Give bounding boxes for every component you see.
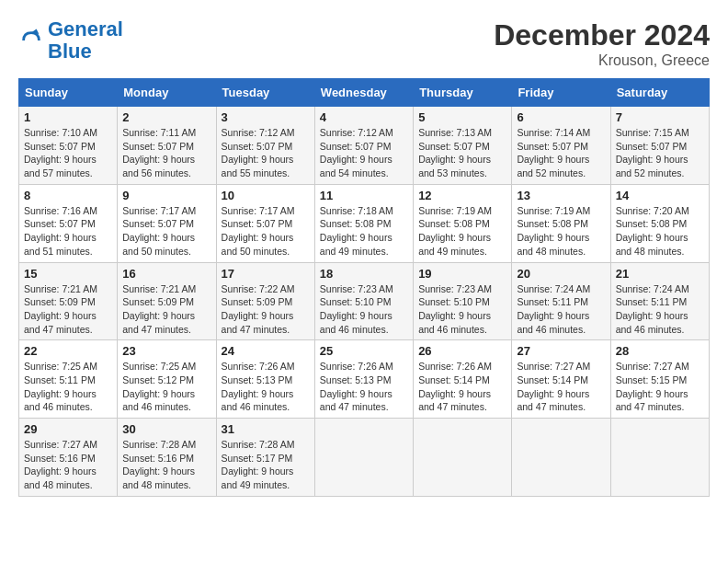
day-number: 26 — [418, 344, 506, 358]
daylight-label: Daylight: 9 hours and 55 minutes. — [222, 154, 294, 178]
daylight-label: Daylight: 9 hours and 49 minutes. — [320, 232, 392, 257]
day-info: Sunrise: 7:13 AM Sunset: 5:07 PM Dayligh… — [418, 126, 506, 180]
sunset-label: Sunset: 5:13 PM — [320, 374, 392, 385]
calendar-cell: 2 Sunrise: 7:11 AM Sunset: 5:07 PM Dayli… — [118, 107, 216, 185]
calendar-week-4: 22 Sunrise: 7:25 AM Sunset: 5:11 PM Dayl… — [19, 340, 710, 419]
sunrise-label: Sunrise: 7:24 AM — [616, 283, 689, 294]
calendar-cell: 19 Sunrise: 7:23 AM Sunset: 5:10 PM Dayl… — [414, 262, 512, 340]
day-number: 28 — [616, 344, 704, 358]
sunrise-label: Sunrise: 7:15 AM — [616, 127, 689, 138]
sunset-label: Sunset: 5:11 PM — [616, 296, 688, 307]
sunset-label: Sunset: 5:07 PM — [418, 141, 490, 152]
sunset-label: Sunset: 5:11 PM — [24, 374, 96, 385]
sunset-label: Sunset: 5:07 PM — [616, 141, 688, 152]
day-number: 10 — [222, 189, 310, 202]
sunset-label: Sunset: 5:10 PM — [418, 296, 490, 307]
sunrise-label: Sunrise: 7:25 AM — [24, 361, 97, 372]
day-info: Sunrise: 7:27 AM Sunset: 5:16 PM Dayligh… — [24, 438, 112, 492]
sunset-label: Sunset: 5:15 PM — [616, 374, 688, 385]
day-info: Sunrise: 7:23 AM Sunset: 5:10 PM Dayligh… — [418, 282, 506, 337]
calendar-cell — [610, 419, 709, 497]
day-info: Sunrise: 7:10 AM Sunset: 5:07 PM Dayligh… — [24, 126, 112, 180]
calendar-week-2: 8 Sunrise: 7:16 AM Sunset: 5:07 PM Dayli… — [19, 184, 710, 262]
daylight-label: Daylight: 9 hours and 47 minutes. — [418, 388, 491, 413]
day-info: Sunrise: 7:12 AM Sunset: 5:07 PM Dayligh… — [320, 126, 408, 180]
daylight-label: Daylight: 9 hours and 46 minutes. — [320, 310, 392, 335]
daylight-label: Daylight: 9 hours and 46 minutes. — [222, 388, 294, 413]
day-number: 11 — [320, 189, 408, 202]
daylight-label: Daylight: 9 hours and 46 minutes. — [418, 310, 491, 335]
daylight-label: Daylight: 9 hours and 54 minutes. — [320, 154, 392, 178]
calendar-cell: 7 Sunrise: 7:15 AM Sunset: 5:07 PM Dayli… — [610, 107, 709, 185]
sunrise-label: Sunrise: 7:20 AM — [616, 205, 689, 216]
sunrise-label: Sunrise: 7:12 AM — [320, 127, 393, 138]
location: Krouson, Greece — [494, 52, 710, 69]
day-number: 12 — [418, 189, 506, 202]
sunset-label: Sunset: 5:07 PM — [517, 141, 588, 152]
calendar-cell: 31 Sunrise: 7:28 AM Sunset: 5:17 PM Dayl… — [216, 419, 314, 497]
day-number: 15 — [24, 267, 112, 281]
calendar-cell: 30 Sunrise: 7:28 AM Sunset: 5:16 PM Dayl… — [118, 419, 216, 497]
sunset-label: Sunset: 5:07 PM — [122, 218, 194, 229]
daylight-label: Daylight: 9 hours and 46 minutes. — [517, 310, 589, 335]
day-info: Sunrise: 7:15 AM Sunset: 5:07 PM Dayligh… — [616, 126, 704, 180]
daylight-label: Daylight: 9 hours and 50 minutes. — [222, 232, 294, 257]
sunset-label: Sunset: 5:07 PM — [122, 141, 194, 152]
calendar-cell: 17 Sunrise: 7:22 AM Sunset: 5:09 PM Dayl… — [216, 262, 314, 340]
daylight-label: Daylight: 9 hours and 47 minutes. — [517, 388, 589, 413]
header-monday: Monday — [118, 79, 216, 107]
sunset-label: Sunset: 5:09 PM — [122, 296, 194, 307]
header-thursday: Thursday — [414, 79, 512, 107]
daylight-label: Daylight: 9 hours and 56 minutes. — [122, 154, 195, 178]
day-info: Sunrise: 7:19 AM Sunset: 5:08 PM Dayligh… — [517, 204, 605, 259]
day-number: 9 — [122, 189, 210, 202]
logo-icon — [18, 28, 44, 53]
day-info: Sunrise: 7:25 AM Sunset: 5:12 PM Dayligh… — [122, 360, 210, 414]
daylight-label: Daylight: 9 hours and 48 minutes. — [517, 232, 589, 257]
calendar-week-5: 29 Sunrise: 7:27 AM Sunset: 5:16 PM Dayl… — [19, 419, 710, 497]
sunrise-label: Sunrise: 7:28 AM — [122, 439, 196, 450]
daylight-label: Daylight: 9 hours and 46 minutes. — [24, 388, 97, 413]
day-info: Sunrise: 7:14 AM Sunset: 5:07 PM Dayligh… — [517, 126, 605, 180]
day-info: Sunrise: 7:16 AM Sunset: 5:07 PM Dayligh… — [24, 204, 112, 259]
sunset-label: Sunset: 5:07 PM — [222, 141, 293, 152]
calendar-cell: 1 Sunrise: 7:10 AM Sunset: 5:07 PM Dayli… — [19, 107, 118, 185]
sunrise-label: Sunrise: 7:28 AM — [222, 439, 295, 450]
calendar-cell: 20 Sunrise: 7:24 AM Sunset: 5:11 PM Dayl… — [512, 262, 610, 340]
day-number: 29 — [24, 422, 112, 436]
sunrise-label: Sunrise: 7:23 AM — [320, 283, 393, 294]
sunrise-label: Sunrise: 7:26 AM — [222, 361, 295, 372]
sunset-label: Sunset: 5:14 PM — [418, 374, 490, 385]
sunrise-label: Sunrise: 7:21 AM — [122, 283, 196, 294]
day-number: 17 — [222, 267, 310, 281]
day-number: 13 — [517, 189, 605, 202]
page-header: General Blue December 2024 Krouson, Gree… — [18, 18, 710, 69]
sunrise-label: Sunrise: 7:23 AM — [418, 283, 492, 294]
calendar-cell: 4 Sunrise: 7:12 AM Sunset: 5:07 PM Dayli… — [314, 107, 413, 185]
day-number: 7 — [616, 110, 704, 124]
day-number: 8 — [24, 189, 112, 202]
sunset-label: Sunset: 5:12 PM — [122, 374, 194, 385]
daylight-label: Daylight: 9 hours and 49 minutes. — [418, 232, 491, 257]
calendar-table: SundayMondayTuesdayWednesdayThursdayFrid… — [18, 78, 710, 497]
calendar-cell: 26 Sunrise: 7:26 AM Sunset: 5:14 PM Dayl… — [414, 340, 512, 419]
day-number: 31 — [222, 422, 310, 436]
sunset-label: Sunset: 5:16 PM — [122, 453, 194, 464]
calendar-cell: 18 Sunrise: 7:23 AM Sunset: 5:10 PM Dayl… — [314, 262, 413, 340]
sunrise-label: Sunrise: 7:26 AM — [418, 361, 492, 372]
day-number: 2 — [122, 110, 210, 124]
daylight-label: Daylight: 9 hours and 47 minutes. — [222, 310, 294, 335]
sunrise-label: Sunrise: 7:27 AM — [24, 439, 97, 450]
calendar-cell: 28 Sunrise: 7:27 AM Sunset: 5:15 PM Dayl… — [610, 340, 709, 419]
daylight-label: Daylight: 9 hours and 47 minutes. — [24, 310, 97, 335]
calendar-cell — [414, 419, 512, 497]
daylight-label: Daylight: 9 hours and 46 minutes. — [616, 310, 688, 335]
sunset-label: Sunset: 5:10 PM — [320, 296, 392, 307]
sunrise-label: Sunrise: 7:22 AM — [222, 283, 295, 294]
calendar-cell — [512, 419, 610, 497]
sunrise-label: Sunrise: 7:19 AM — [517, 205, 590, 216]
day-number: 3 — [222, 110, 310, 124]
day-info: Sunrise: 7:24 AM Sunset: 5:11 PM Dayligh… — [517, 282, 605, 337]
day-number: 4 — [320, 110, 408, 124]
sunset-label: Sunset: 5:09 PM — [222, 296, 293, 307]
